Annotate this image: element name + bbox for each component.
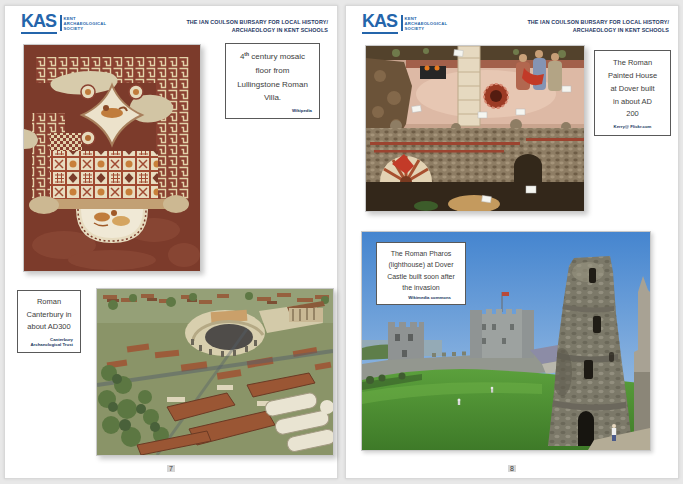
caption-line: Roman <box>20 296 78 309</box>
caption-line: Canterbury in <box>20 309 78 322</box>
caption-line: the invasion <box>379 282 463 294</box>
caption-line: The Roman Pharos <box>379 248 463 260</box>
caption-attribution: Kerry@ Flickr.com <box>597 124 668 130</box>
kas-logo-org-name: KENT ARCHAEOLOGICAL SOCIETY <box>405 16 448 32</box>
caption-line: (lighthouse) at Dover <box>379 259 463 271</box>
header-line-2: ARCHAEOLOGY IN KENT SCHOOLS <box>158 27 328 35</box>
caption-line: Castle built soon after <box>379 271 463 283</box>
header-line-2: ARCHAEOLOGY IN KENT SCHOOLS <box>499 27 669 35</box>
kas-logo: KAS KENT ARCHAEOLOGICAL SOCIETY <box>362 12 447 34</box>
caption-roman-canterbury[interactable]: Roman Canterbury in about AD300 Canterbu… <box>17 290 81 353</box>
caption-line: floor from <box>228 64 317 78</box>
page-7: KAS KENT ARCHAEOLOGICAL SOCIETY THE IAN … <box>4 5 338 479</box>
lullingstone-mosaic-image[interactable] <box>23 44 201 272</box>
kas-org-line: SOCIETY <box>405 26 448 31</box>
caption-lullingstone-mosaic[interactable]: 4th century mosaic floor from Lullingsto… <box>225 43 320 119</box>
caption-roman-painted-house[interactable]: The Roman Painted House at Dover built i… <box>594 50 671 136</box>
caption-line: Villa. <box>228 91 317 105</box>
kas-org-line: SOCIETY <box>64 26 107 31</box>
kas-logo-acronym: KAS <box>21 12 57 34</box>
caption-line: about AD300 <box>20 321 78 334</box>
caption-line: in about AD <box>597 96 668 109</box>
caption-line: 4th century mosaic <box>228 50 317 65</box>
caption-line: Painted House <box>597 70 668 83</box>
kas-logo-org-name: KENT ARCHAEOLOGICAL SOCIETY <box>64 16 107 32</box>
roman-canterbury-image[interactable] <box>96 288 334 456</box>
header-line-1: THE IAN COULSON BURSARY FOR LOCAL HISTOR… <box>158 19 328 27</box>
caption-line: at Dover built <box>597 83 668 96</box>
caption-attribution: Wikimedia commons <box>379 295 463 301</box>
kas-logo-divider <box>60 15 62 31</box>
caption-line: 200 <box>597 108 668 121</box>
document-header: THE IAN COULSON BURSARY FOR LOCAL HISTOR… <box>158 19 328 34</box>
page-8: KAS KENT ARCHAEOLOGICAL SOCIETY THE IAN … <box>345 5 679 479</box>
roman-painted-house-image[interactable] <box>365 45 585 212</box>
caption-attribution: Canterbury Archaeological Trust <box>20 337 78 348</box>
caption-line: The Roman <box>597 57 668 70</box>
caption-line: Lullingstone Roman <box>228 78 317 92</box>
kas-logo-divider <box>401 15 403 31</box>
header-line-1: THE IAN COULSON BURSARY FOR LOCAL HISTOR… <box>499 19 669 27</box>
kas-logo-acronym: KAS <box>362 12 398 34</box>
page-number-8: 8 <box>346 465 678 472</box>
page-number-7: 7 <box>5 465 337 472</box>
kas-logo: KAS KENT ARCHAEOLOGICAL SOCIETY <box>21 12 106 34</box>
caption-roman-pharos[interactable]: The Roman Pharos (lighthouse) at Dover C… <box>376 242 466 305</box>
caption-attribution: Wikipedia <box>228 108 317 114</box>
document-header: THE IAN COULSON BURSARY FOR LOCAL HISTOR… <box>499 19 669 34</box>
